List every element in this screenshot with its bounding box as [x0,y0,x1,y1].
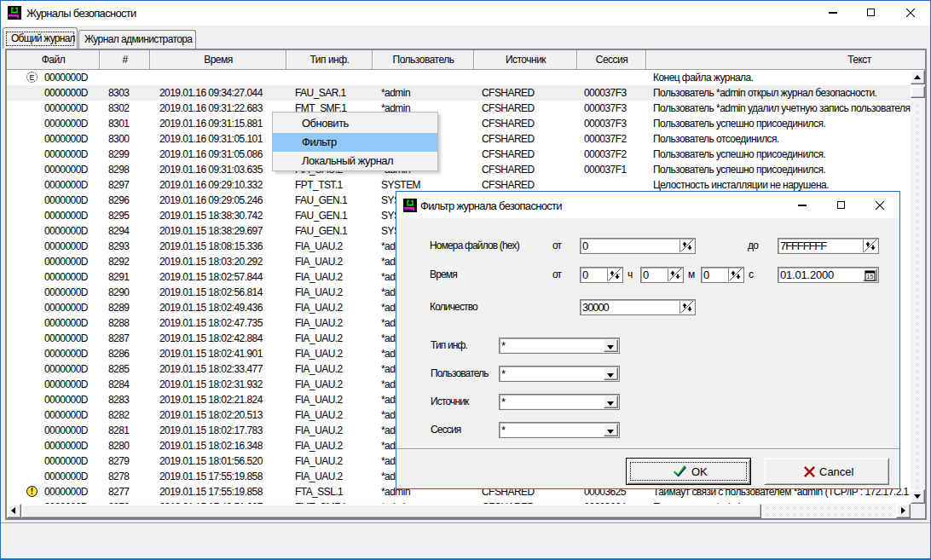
svg-text:15: 15 [867,274,874,280]
